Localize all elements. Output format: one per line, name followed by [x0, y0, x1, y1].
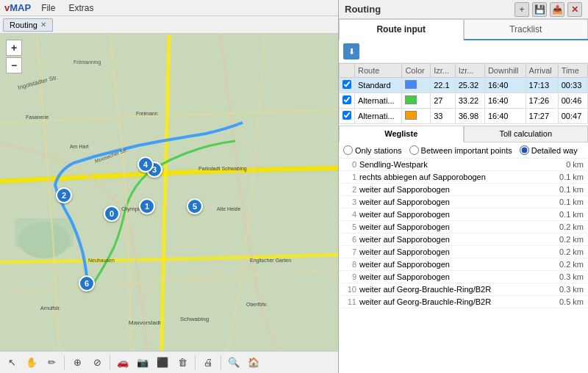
waypoint-5[interactable]: 5 — [187, 198, 203, 214]
route-downhill-standard: 16:40 — [484, 78, 526, 93]
option-between-points[interactable]: Between important points — [409, 145, 512, 155]
col-color: Color — [402, 64, 431, 78]
option-only-stations[interactable]: Only stations — [343, 145, 402, 155]
way-name-0: Sendling-Westpark — [359, 160, 544, 169]
export-icon-button[interactable]: ⬇ — [343, 43, 359, 59]
zoom-out-button[interactable]: − — [6, 57, 22, 73]
tab-bar: Routing ✕ — [0, 16, 338, 34]
svg-text:Arnulfstr.: Arnulfstr. — [40, 305, 61, 311]
svg-text:Am Hart: Am Hart — [70, 144, 89, 149]
way-dist-4: 0.1 km — [547, 210, 584, 219]
tab-close-icon[interactable]: ✕ — [40, 21, 46, 29]
way-dist-0: 0 km — [547, 160, 584, 169]
print-button[interactable]: 🖨 — [199, 354, 217, 372]
way-num-6: 6 — [343, 235, 356, 244]
route-izr2-alt1: 33.22 — [455, 93, 484, 109]
way-dist-7: 0.2 km — [547, 247, 584, 256]
route-check-alt1[interactable] — [340, 93, 355, 109]
way-num-5: 5 — [343, 222, 356, 231]
col-downhill: Downhill — [484, 64, 526, 78]
map-svg: Ingolstädter Str. Frömanning Fasanerie A… — [0, 34, 338, 351]
way-item-9: 9 weiter auf Sapporobogen 0.3 km — [339, 271, 588, 283]
col-check — [340, 64, 355, 78]
draw-tool-button[interactable]: ✏ — [43, 354, 60, 372]
waypoint-4[interactable]: 4 — [137, 156, 154, 173]
way-item-5: 5 weiter auf Sapporobogen 0.2 km — [339, 221, 588, 233]
tab-route-input[interactable]: Route input — [339, 19, 464, 40]
svg-text:Frömanning: Frömanning — [74, 59, 101, 65]
separator-2 — [110, 355, 110, 370]
route-arrival-standard: 17:13 — [526, 78, 558, 93]
add-tool-button[interactable]: ⊕ — [68, 354, 86, 372]
way-dist-5: 0.2 km — [547, 222, 584, 231]
route-downhill-alt2: 16:40 — [484, 109, 526, 124]
search-button[interactable]: 🔍 — [225, 354, 243, 372]
menu-file[interactable]: File — [38, 2, 58, 14]
option-detailed-way[interactable]: Detailed way — [520, 145, 578, 155]
svg-text:Maxvorstadt: Maxvorstadt — [129, 319, 161, 326]
remove-tool-button[interactable]: ⊘ — [88, 354, 106, 372]
waypoint-1[interactable]: 1 — [139, 198, 155, 214]
waypoint-2[interactable]: 2 — [56, 187, 72, 203]
way-name-1: rechts abbiegen auf Sapporobogen — [359, 173, 544, 181]
way-item-3: 3 weiter auf Sapporobogen 0.1 km — [339, 196, 588, 209]
way-name-4: weiter auf Sapporobogen — [359, 210, 544, 219]
svg-text:Englischer Garten: Englischer Garten — [250, 258, 291, 264]
route-name-alt2: Alternati... — [355, 109, 402, 124]
col-route: Route — [355, 64, 402, 78]
tab-tracklist[interactable]: Tracklist — [464, 19, 589, 39]
route-downhill-alt1: 16:40 — [484, 93, 526, 109]
way-num-1: 1 — [343, 173, 356, 181]
way-item-11: 11 weiter auf Georg-Brauchle-Ring/B2R 0.… — [339, 296, 588, 308]
export-row: ⬇ — [339, 40, 588, 63]
subtab-wegliste[interactable]: Wegliste — [339, 126, 464, 142]
svg-text:Schwabing: Schwabing — [180, 316, 209, 322]
app-logo: vMAP — [4, 2, 31, 13]
way-name-7: weiter auf Sapporobogen — [359, 247, 544, 256]
map-toolbar: ↖ ✋ ✏ ⊕ ⊘ 🚗 📷 ⬛ 🗑 🖨 🔍 🏠 — [0, 351, 338, 373]
waypoint-0[interactable]: 0 — [104, 206, 120, 222]
route-row-standard[interactable]: Standard 22.1 25.32 16:40 17:13 00:33 — [340, 78, 588, 93]
camera-button[interactable]: 📷 — [134, 354, 151, 372]
svg-text:Parkstadt Schwabing: Parkstadt Schwabing — [198, 166, 247, 172]
col-izr2: Izr... — [455, 64, 484, 78]
select-tool-button[interactable]: ↖ — [3, 354, 21, 372]
way-dist-11: 0.5 km — [547, 297, 584, 306]
close-panel-button[interactable]: ✕ — [567, 2, 582, 17]
export-button[interactable]: 📤 — [550, 2, 564, 17]
route-check-standard[interactable] — [340, 78, 355, 93]
route-izr1-alt2: 33 — [431, 109, 455, 124]
home-button[interactable]: 🏠 — [245, 354, 262, 372]
menu-bar: vMAP File Extras — [0, 0, 338, 16]
subtab-toll[interactable]: Toll calculation — [464, 126, 589, 142]
menu-extras[interactable]: Extras — [65, 2, 96, 14]
route-time-alt1: 00:46 — [558, 93, 587, 109]
vehicle-button[interactable]: 🚗 — [114, 354, 132, 372]
routes-table: Route Color Izr... Izr... Downhill Arriv… — [339, 63, 588, 124]
add-route-button[interactable]: + — [514, 2, 529, 17]
way-num-0: 0 — [343, 160, 356, 169]
route-check-alt2[interactable] — [340, 109, 355, 124]
way-dist-6: 0.2 km — [547, 235, 584, 244]
pan-tool-button[interactable]: ✋ — [23, 354, 40, 372]
waypoint-6[interactable]: 6 — [79, 275, 95, 291]
map-zoom-controls: + − — [6, 40, 22, 73]
tab-routing[interactable]: Routing ✕ — [3, 18, 53, 32]
route-row-alt2[interactable]: Alternati... 33 36.98 16:40 17:27 00:47 — [340, 109, 588, 124]
map-container[interactable]: Ingolstädter Str. Frömanning Fasanerie A… — [0, 34, 338, 351]
zoom-in-button[interactable]: + — [6, 40, 22, 56]
route-color-standard — [402, 78, 431, 93]
route-row-alt1[interactable]: Alternati... 27 33.22 16:40 17:26 00:46 — [340, 93, 588, 109]
save-button[interactable]: 💾 — [532, 2, 547, 17]
svg-rect-2 — [15, 218, 74, 247]
way-item-8: 8 weiter auf Sapporobogen 0.2 km — [339, 258, 588, 271]
separator-3 — [195, 355, 196, 370]
way-name-10: weiter auf Georg-Brauchle-Ring/B2R — [359, 285, 544, 294]
way-num-3: 3 — [343, 198, 356, 206]
delete-button[interactable]: 🗑 — [173, 354, 191, 372]
route-arrival-alt1: 17:26 — [526, 93, 558, 109]
way-dist-3: 0.1 km — [547, 198, 584, 206]
way-name-2: weiter auf Sapporobogen — [359, 185, 544, 194]
waylist[interactable]: 0 Sendling-Westpark 0 km 1 rechts abbieg… — [339, 159, 588, 373]
layer-button[interactable]: ⬛ — [154, 354, 171, 372]
